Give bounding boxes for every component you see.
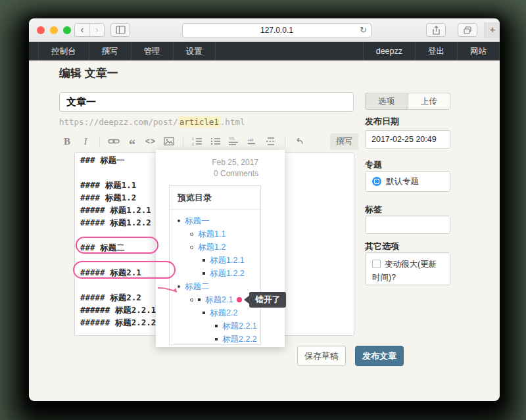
new-tab-button[interactable]: + <box>485 22 500 38</box>
annotation-arrow <box>156 285 183 297</box>
code-icon[interactable]: <> <box>143 134 158 149</box>
toc-link[interactable]: 标题1.2 <box>198 242 226 253</box>
sidebar-tabs: 选项 上传 <box>365 93 450 110</box>
toc-link[interactable]: 标题1.2.2 <box>210 268 245 279</box>
toc-item: 标题1.2.1 <box>178 254 260 267</box>
traffic-lights <box>37 26 71 34</box>
unordered-list-icon[interactable] <box>208 134 224 149</box>
topic-label: 专题 <box>365 159 382 171</box>
major-change-checkbox[interactable] <box>372 260 381 268</box>
heading-icon[interactable]: TITL <box>226 134 242 149</box>
undo-icon[interactable] <box>291 134 307 149</box>
toc-link[interactable]: 标题2.2 <box>210 308 237 319</box>
topic-option-box: 默认专题 <box>365 171 450 192</box>
tab-options[interactable]: 选项 <box>366 93 408 109</box>
toc-link[interactable]: 标题2.2.1 <box>222 321 257 332</box>
toc-link[interactable]: 标题2.2.2 <box>222 334 257 345</box>
comments-count: 0 Comments <box>156 168 285 179</box>
close-window-button[interactable] <box>37 26 45 34</box>
write-tab[interactable]: 撰写 <box>330 133 358 150</box>
publish-date-label: 发布日期 <box>365 116 399 128</box>
tab-overview-button[interactable] <box>458 23 477 37</box>
svg-text:2: 2 <box>192 142 194 146</box>
toolbar-separator <box>285 136 285 147</box>
nav-user-item-2[interactable]: 网站 <box>458 42 500 60</box>
zoom-window-button[interactable] <box>63 26 71 34</box>
toc-link[interactable]: 标题2.1 <box>205 294 233 306</box>
url-text: 127.0.0.1 <box>260 26 293 35</box>
address-bar[interactable]: 127.0.0.1 ↻ <box>182 23 371 37</box>
tags-input[interactable] <box>365 216 450 234</box>
square-bullet-icon <box>203 272 205 275</box>
toc-link[interactable]: 标题1.2.1 <box>210 255 245 266</box>
svg-text:1: 1 <box>192 137 194 141</box>
minimize-window-button[interactable] <box>50 26 58 34</box>
toc-title: 预览目录 <box>170 186 260 210</box>
nav-item-2[interactable]: 管理 <box>132 42 174 60</box>
annotation-dot <box>237 297 242 302</box>
page-title: 编辑 文章一 <box>59 66 118 81</box>
tab-upload[interactable]: 上传 <box>408 93 450 109</box>
topic-radio-selected[interactable] <box>372 177 381 186</box>
toc-item: 标题二 <box>178 280 260 293</box>
nav-item-0[interactable]: 控制台 <box>38 42 89 60</box>
ordered-list-icon[interactable]: 12 <box>189 134 205 149</box>
forward-button[interactable]: › <box>89 24 105 36</box>
toc-item: 标题2.2 <box>178 306 260 319</box>
circle-bullet-icon <box>190 298 193 302</box>
image-icon[interactable] <box>161 134 177 149</box>
url-prefix: https://deepzz.com/post/ <box>59 117 178 127</box>
back-button[interactable]: ‹ <box>75 24 89 36</box>
other-options-label: 其它选项 <box>365 241 399 252</box>
browser-chrome: ‹ › 127.0.0.1 ↻ + <box>29 18 500 42</box>
square-bullet-icon <box>203 312 205 314</box>
preview-popup: Feb 25, 2017 0 Comments 预览目录 标题一标题1.1标题1… <box>156 150 285 347</box>
svg-text:HR: HR <box>248 138 254 142</box>
annotation-tooltip: 错开了 <box>249 292 286 308</box>
italic-icon[interactable]: I <box>78 134 93 149</box>
reload-icon[interactable]: ↻ <box>360 25 367 35</box>
horizontal-rule-icon[interactable]: HR <box>245 134 260 149</box>
sidebar-toggle-button[interactable] <box>110 23 130 37</box>
page-content: 编辑 文章一 https://deepzz.com/post/article1.… <box>29 60 500 401</box>
toc-item: 标题2.2.1 <box>178 319 260 333</box>
svg-text:TITL: TITL <box>229 137 235 141</box>
toc-item: 标题1.1 <box>178 227 260 241</box>
toc-link[interactable]: 标题1.1 <box>198 229 226 240</box>
toc-link[interactable]: 标题二 <box>185 281 210 292</box>
bold-icon[interactable]: B <box>59 134 75 149</box>
square-bullet-icon <box>203 259 205 262</box>
toc-item: 标题一 <box>178 214 260 227</box>
annotation-circle-heading2-1 <box>73 261 176 279</box>
toc-item: 标题2.1错开了 <box>178 293 260 306</box>
disc-bullet-icon <box>178 220 180 222</box>
tabs-icon <box>463 26 472 35</box>
blockquote-icon[interactable]: “ <box>124 134 140 149</box>
annotation-circle-heading2 <box>76 237 158 254</box>
square-bullet-icon <box>198 298 201 301</box>
share-icon <box>432 26 441 35</box>
toolbar-separator <box>99 136 100 147</box>
toc-list: 标题一标题1.1标题1.2标题1.2.1标题1.2.2标题二标题2.1错开了标题… <box>170 210 260 346</box>
post-date: Feb 25, 2017 <box>156 150 285 168</box>
nav-user-item-0[interactable]: deepzz <box>363 42 416 60</box>
tags-label: 标签 <box>365 204 382 216</box>
share-button[interactable] <box>426 23 446 37</box>
publish-date-input[interactable] <box>365 130 450 149</box>
toolbar-separator <box>183 136 183 147</box>
url-slug: article1 <box>178 116 220 128</box>
link-icon[interactable] <box>106 134 122 149</box>
square-bullet-icon <box>215 338 218 340</box>
nav-user-item-1[interactable]: 登出 <box>416 42 458 60</box>
post-title-input[interactable] <box>59 92 354 112</box>
publish-button[interactable]: 发布文章 <box>355 346 404 366</box>
page-break-icon[interactable] <box>263 134 279 149</box>
save-draft-button[interactable]: 保存草稿 <box>297 346 346 366</box>
toc-link[interactable]: 标题一 <box>185 216 210 227</box>
browser-window: ‹ › 127.0.0.1 ↻ + <box>29 18 500 401</box>
toc-item: 标题1.2.2 <box>178 267 260 280</box>
nav-item-3[interactable]: 设置 <box>174 42 216 60</box>
nav-item-1[interactable]: 撰写 <box>89 42 132 60</box>
app-navbar: 控制台撰写管理设置 deepzz登出网站 <box>29 42 500 60</box>
markdown-toolbar: BI“<>12TITLHR撰写 预览 <box>59 133 383 150</box>
